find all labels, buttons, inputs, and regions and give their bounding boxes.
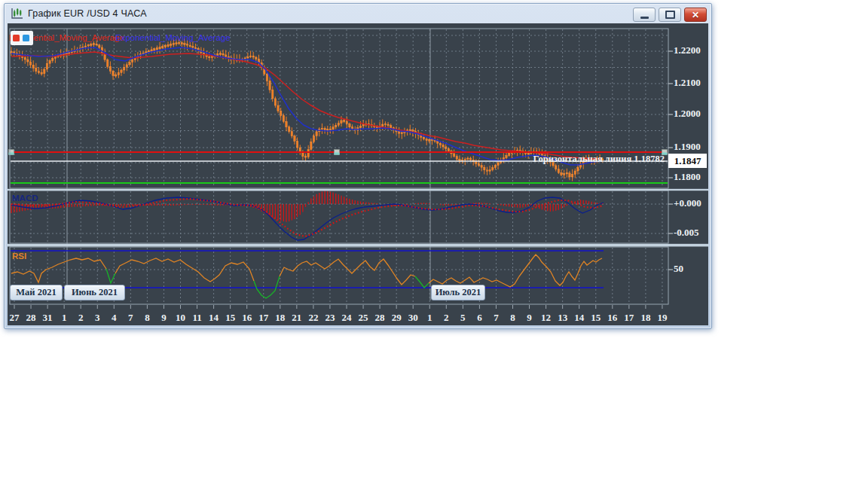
x-axis-label: 7 (128, 312, 133, 324)
x-axis-label: 27 (10, 312, 20, 324)
x-axis-label: 3 (95, 312, 100, 324)
x-axis-label: 15 (591, 312, 601, 324)
x-axis-label: 25 (359, 312, 368, 324)
minimize-button[interactable] (633, 8, 656, 22)
minimize-icon (640, 17, 649, 19)
x-axis-label: 8 (510, 312, 515, 324)
x-axis-label: 18 (275, 312, 285, 324)
panel-splitter[interactable] (8, 189, 708, 191)
panel-splitter[interactable] (8, 244, 708, 247)
month-label: Июнь 2021 (64, 285, 125, 300)
macd-axis-label: +0.000 (674, 197, 701, 209)
month-label: Май 2021 (10, 285, 63, 300)
x-axis-label: 7 (494, 312, 499, 324)
rsi-line (280, 259, 415, 285)
window-title: График EUR /USD 4 ЧАСА (28, 8, 147, 19)
ema-red-swatch-icon[interactable] (13, 35, 20, 41)
x-axis-label: 17 (624, 312, 634, 324)
x-axis-label: 24 (342, 312, 352, 324)
macd-panel-label: MACD (12, 194, 38, 203)
x-axis-label: 4 (112, 312, 117, 324)
x-axis-label: 23 (325, 312, 335, 324)
chart-app-icon (10, 8, 23, 20)
window-titlebar[interactable]: График EUR /USD 4 ЧАСА ✕ (5, 4, 711, 23)
price-axis-label: 1.1800 (674, 171, 701, 183)
desktop: График EUR /USD 4 ЧАСА ✕ Exponential_Mov… (0, 0, 868, 488)
x-axis-label: 22 (308, 312, 318, 324)
x-axis-label: 31 (43, 312, 53, 324)
x-axis-label: 2 (78, 312, 84, 324)
x-axis-label: 9 (161, 312, 167, 324)
x-axis-label: 8 (145, 312, 150, 324)
close-button[interactable]: ✕ (684, 8, 707, 22)
x-axis-label: 14 (574, 312, 584, 324)
x-axis-label: 9 (527, 312, 532, 324)
horizontal-line-label[interactable]: Горизонтальная линия 1.18782 (533, 154, 665, 165)
x-axis-label: 18 (640, 312, 650, 324)
x-axis-label: 13 (558, 312, 567, 324)
rsi-axis-label: 50 (674, 263, 683, 275)
price-axis-label: 1.2200 (674, 44, 701, 56)
macd-axis-label: -0.005 (674, 227, 699, 239)
x-axis-label: 28 (26, 312, 36, 324)
legend-ema-fast-label: Exponential_Moving_Average (115, 33, 231, 42)
rsi-line (415, 276, 429, 288)
x-axis-label: 29 (392, 312, 402, 324)
x-axis-label: 17 (258, 312, 268, 324)
x-axis-label: 28 (375, 312, 385, 324)
rsi-line (11, 258, 106, 282)
x-axis-label: 12 (541, 312, 551, 324)
x-axis-label: 5 (460, 312, 466, 324)
x-axis-label: 15 (225, 312, 235, 324)
month-label: Июль 2021 (431, 285, 485, 300)
maximize-button[interactable] (659, 8, 681, 22)
maximize-icon (665, 11, 675, 19)
close-icon: ✕ (692, 11, 699, 20)
x-axis-label: 19 (657, 312, 667, 324)
chart-canvas[interactable] (8, 23, 708, 325)
x-axis-label: 30 (408, 312, 418, 324)
x-axis-label: 1 (427, 312, 432, 324)
x-axis-label: 16 (242, 312, 252, 324)
rsi-line (429, 255, 602, 287)
x-axis-label: 11 (192, 312, 201, 324)
indicator-legend-box (11, 31, 33, 45)
x-axis-label: 14 (209, 312, 219, 324)
price-axis-label: 1.2100 (674, 77, 701, 89)
macd-histogram (11, 191, 603, 222)
chart-window: График EUR /USD 4 ЧАСА ✕ Exponential_Mov… (4, 3, 712, 329)
x-axis-label: 1 (62, 312, 67, 324)
x-axis-label: 16 (607, 312, 617, 324)
window-controls: ✕ (633, 8, 707, 22)
price-axis-label: 1.1900 (674, 141, 701, 153)
price-axis-label: 1.2000 (674, 108, 701, 120)
candlestick-series (11, 38, 604, 181)
ema-slow-line (11, 52, 601, 159)
x-axis-label: 6 (477, 312, 482, 324)
current-price-tag: 1.1847 (668, 154, 707, 168)
chart-client-area[interactable]: Exponential_Moving_Average Exponential_M… (8, 23, 708, 325)
ema-blue-swatch-icon[interactable] (23, 35, 29, 41)
x-axis-label: 10 (176, 312, 185, 324)
x-axis-label: 21 (292, 312, 301, 324)
x-axis-label: 2 (444, 312, 449, 324)
rsi-panel-label: RSI (12, 252, 26, 261)
